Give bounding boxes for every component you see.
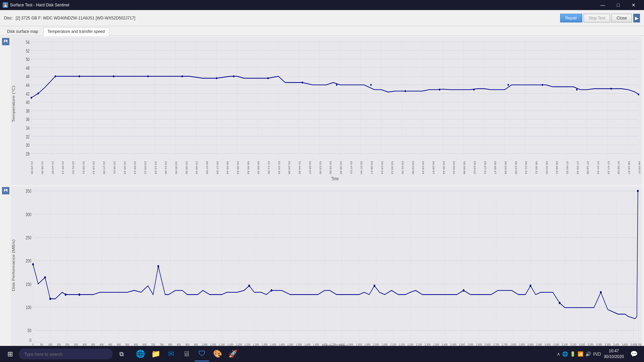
terminal-app[interactable]: 🖥: [179, 347, 194, 361]
taskbar-clock[interactable]: 10:47 30/10/2020: [604, 348, 624, 360]
tab-surface[interactable]: Disk surface map: [3, 27, 43, 36]
hds-app[interactable]: 🛡: [195, 347, 209, 361]
svg-point-69: [147, 75, 149, 77]
svg-point-78: [439, 89, 440, 91]
temp-chart-svg: 54 52 50 48 46 44 42 40 38 36 34 32 30 2…: [11, 37, 642, 185]
disk-label: Disc:: [4, 16, 13, 20]
svg-point-204: [32, 263, 34, 265]
svg-text:0: 0: [30, 338, 32, 343]
svg-point-67: [79, 75, 80, 77]
svg-point-68: [113, 75, 114, 77]
tab-temp[interactable]: Temperature and transfer speed: [43, 27, 109, 36]
temp-save-button[interactable]: [2, 38, 9, 45]
app-icon: 💾: [3, 2, 8, 8]
search-input[interactable]: [19, 349, 113, 359]
svg-text:21:29:06: 21:29:06: [31, 161, 34, 174]
svg-text:07:00:32: 07:00:32: [566, 161, 569, 174]
svg-rect-149: [11, 186, 642, 349]
close-button[interactable]: Close: [611, 14, 632, 22]
up-arrow-icon[interactable]: ∧: [557, 351, 560, 357]
svg-text:54: 54: [26, 40, 30, 45]
svg-text:22:27:05: 22:27:05: [103, 161, 106, 174]
edge-app[interactable]: 🌐: [133, 347, 148, 361]
svg-text:200: 200: [25, 258, 31, 264]
svg-text:02:57:40: 02:57:40: [360, 161, 363, 174]
svg-text:06:30:21: 06:30:21: [535, 161, 538, 174]
svg-point-77: [405, 90, 406, 92]
notification-button[interactable]: 💬: [627, 347, 641, 361]
svg-rect-1: [5, 42, 7, 43]
svg-point-213: [463, 289, 465, 292]
volume-icon[interactable]: 🔊: [585, 351, 591, 357]
folder-icon: 📁: [151, 350, 160, 358]
svg-text:Time: Time: [331, 176, 338, 181]
svg-text:00:45:33: 00:45:33: [247, 161, 250, 174]
svg-text:40: 40: [26, 100, 30, 105]
svg-text:07:47:19: 07:47:19: [607, 161, 610, 174]
svg-text:02:36:45: 02:36:45: [339, 161, 342, 174]
start-button[interactable]: ⊞: [3, 347, 17, 361]
temp-chart-panel: 54 52 50 48 46 44 42 40 38 36 34 32 30 2…: [2, 37, 642, 185]
stop-test-button[interactable]: Stop Test: [584, 14, 610, 22]
svg-point-64: [31, 97, 32, 99]
svg-text:150: 150: [25, 282, 31, 287]
svg-text:Disk Performance (MB/s): Disk Performance (MB/s): [12, 239, 16, 291]
window-title: Surface Test - Hard Disk Sentinel: [10, 3, 69, 7]
speed-chart-panel: 350 300 250 200 150 100 50 0 Disk Perfor…: [2, 186, 642, 349]
svg-point-205: [44, 276, 46, 279]
art-app[interactable]: 🎨: [210, 347, 225, 361]
svg-point-217: [637, 190, 639, 192]
globe-icon[interactable]: 🌐: [562, 351, 568, 357]
svg-rect-147: [5, 191, 7, 192]
svg-text:07:37:43: 07:37:43: [597, 161, 599, 174]
battery-icon[interactable]: 🔋: [570, 351, 576, 357]
svg-point-212: [374, 285, 375, 287]
svg-text:03:19:24: 03:19:24: [381, 161, 383, 174]
svg-text:01:34:36: 01:34:36: [288, 161, 291, 174]
svg-text:06:40:00: 06:40:00: [545, 161, 548, 174]
svg-text:100: 100: [25, 305, 31, 310]
language-label[interactable]: IND: [593, 351, 601, 357]
svg-text:08:16:47: 08:16:47: [628, 161, 630, 174]
mail-app[interactable]: ✉: [164, 347, 178, 361]
taskbar-apps: 🌐 📁 ✉ 🖥 🛡 🎨 🚀: [133, 347, 240, 361]
svg-text:06:48:21: 06:48:21: [556, 161, 558, 174]
svg-rect-148: [5, 189, 6, 190]
svg-text:05:19:02: 05:19:02: [473, 161, 476, 174]
speed-save-button[interactable]: [2, 187, 9, 194]
window-close-button[interactable]: ✕: [626, 0, 641, 10]
maximize-button[interactable]: □: [610, 0, 626, 10]
svg-text:30: 30: [26, 143, 30, 148]
minimize-button[interactable]: —: [595, 0, 610, 10]
hds-icon: 🛡: [198, 349, 206, 358]
task-view-button[interactable]: ⧉: [114, 347, 129, 361]
svg-text:23:30:40: 23:30:40: [175, 161, 177, 174]
svg-text:06:13:05: 06:13:05: [515, 161, 517, 174]
system-tray: ∧ 🌐 🔋 📶 🔊 IND 10:47 30/10/2020 💬: [557, 347, 641, 361]
repair-button[interactable]: Repair: [560, 14, 582, 22]
svg-text:07:56:09: 07:56:09: [618, 161, 620, 174]
svg-point-72: [233, 75, 234, 77]
svg-point-207: [65, 293, 66, 296]
rocket-app[interactable]: 🚀: [225, 347, 240, 361]
extra-button[interactable]: ▶: [633, 14, 640, 22]
task-view-icon: ⧉: [119, 351, 124, 358]
svg-point-75: [336, 84, 337, 86]
network-icon[interactable]: 📶: [578, 351, 583, 357]
svg-text:02:05:07: 02:05:07: [309, 161, 311, 174]
svg-text:34: 34: [26, 125, 30, 131]
svg-text:22:09:21: 22:09:21: [82, 161, 85, 174]
svg-text:03:30:23: 03:30:23: [391, 161, 394, 174]
explorer-app[interactable]: 📁: [148, 347, 163, 361]
svg-text:46: 46: [26, 74, 30, 79]
svg-text:00:07:59: 00:07:59: [206, 161, 208, 174]
disk-info: [2] 3725 GB F: WDC WD40NDZW-11A8JS1 [WD-…: [16, 16, 136, 20]
svg-point-209: [157, 265, 159, 267]
terminal-icon: 🖥: [183, 350, 190, 358]
svg-text:04:36:44: 04:36:44: [442, 161, 445, 174]
svg-text:05:27:21: 05:27:21: [484, 161, 486, 174]
temp-chart-area: 54 52 50 48 46 44 42 40 38 36 34 32 30 2…: [11, 37, 642, 185]
svg-text:06:03:59: 06:03:59: [504, 161, 507, 174]
svg-text:01:11:50: 01:11:50: [267, 161, 270, 174]
svg-text:00:36:44: 00:36:44: [236, 161, 239, 174]
